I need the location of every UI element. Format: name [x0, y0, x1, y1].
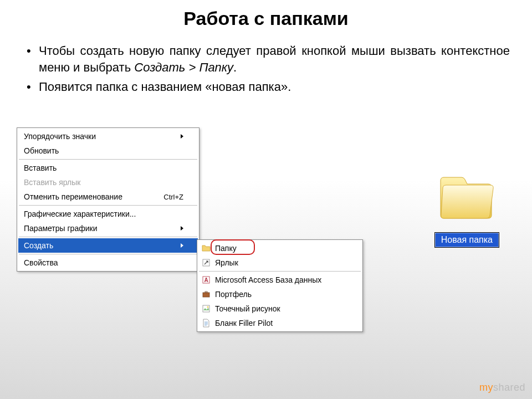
folder-large-icon [436, 173, 497, 223]
submenu-label: Точечный рисунок [215, 304, 280, 313]
menu-separator [19, 254, 197, 254]
menu-item-paste-shortcut: Вставить ярлык [18, 175, 198, 190]
submenu-item-access[interactable]: A Microsoft Access База данных [198, 273, 361, 287]
menu-item-paste[interactable]: Вставить [18, 161, 198, 175]
submenu-label: Портфель [215, 290, 252, 299]
menu-item-undo-rename[interactable]: Отменить переименование Ctrl+Z [18, 190, 198, 204]
submenu-item-shortcut[interactable]: Ярлык [198, 255, 361, 270]
submenu-label: Бланк Filler Pilot [215, 319, 273, 328]
menu-separator [19, 237, 197, 237]
watermark-prefix: my [479, 382, 493, 393]
svg-rect-3 [203, 293, 209, 297]
menu-label: Упорядочить значки [24, 132, 96, 141]
submenu-label: Ярлык [215, 258, 238, 267]
create-submenu: Папку Ярлык A Microsoft Access База данн… [197, 239, 363, 332]
menu-label: Обновить [24, 146, 59, 155]
context-menu: Упорядочить значки Обновить Вставить Вст… [17, 127, 200, 272]
new-folder-preview: Новая папка [435, 173, 499, 247]
menu-label: Создать [24, 241, 53, 250]
submenu-label: Microsoft Access База данных [215, 275, 321, 284]
menu-item-refresh[interactable]: Обновить [18, 144, 198, 158]
bullet-1-text-italic: Создать > Папку [134, 60, 233, 74]
menu-separator [19, 205, 197, 206]
submenu-arrow-icon [181, 243, 183, 248]
folder-icon [202, 244, 211, 253]
menu-item-graphics-params[interactable]: Параметры графики [18, 221, 198, 236]
watermark-suffix: shared [493, 382, 525, 393]
menu-separator [19, 159, 197, 160]
submenu-item-bitmap[interactable]: Точечный рисунок [198, 301, 361, 316]
submenu-item-filler-pilot[interactable]: Бланк Filler Pilot [198, 316, 361, 330]
watermark: myshared [479, 382, 525, 393]
slide-title: Работа с папками [0, 0, 532, 29]
submenu-arrow-icon [181, 226, 183, 231]
briefcase-icon [202, 290, 211, 299]
submenu-item-folder[interactable]: Папку [198, 241, 361, 255]
menu-label: Параметры графики [24, 224, 97, 233]
bullet-1-text-post: . [233, 60, 237, 74]
menu-separator [199, 271, 361, 272]
menu-shortcut: Ctrl+Z [163, 193, 183, 201]
menu-label: Отменить переименование [24, 192, 122, 201]
access-icon: A [202, 275, 211, 284]
document-icon [202, 319, 211, 328]
new-folder-label[interactable]: Новая папка [435, 233, 499, 247]
submenu-item-briefcase[interactable]: Портфель [198, 287, 361, 301]
menu-item-graphics-characteristics[interactable]: Графические характеристики... [18, 207, 198, 221]
menu-label: Вставить ярлык [24, 178, 80, 187]
svg-text:A: A [204, 277, 208, 283]
svg-rect-4 [205, 291, 207, 293]
bitmap-icon [202, 304, 211, 313]
slide-body-text: Чтобы создать новую папку следует правой… [22, 43, 510, 95]
menu-label: Вставить [24, 163, 57, 172]
menu-item-properties[interactable]: Свойства [18, 255, 198, 270]
menu-item-create[interactable]: Создать [18, 238, 198, 253]
bullet-2: Появится папка с названием «новая папка»… [22, 79, 510, 95]
bullet-1-text-pre: Чтобы создать новую папку следует правой… [39, 44, 510, 74]
menu-label: Свойства [24, 258, 58, 267]
menu-item-sort-icons[interactable]: Упорядочить значки [18, 129, 198, 144]
bullet-1: Чтобы создать новую папку следует правой… [22, 43, 510, 75]
svg-point-6 [207, 306, 209, 308]
menu-label: Графические характеристики... [24, 209, 136, 218]
submenu-label: Папку [215, 244, 237, 253]
submenu-arrow-icon [181, 134, 183, 139]
shortcut-icon [202, 258, 211, 267]
